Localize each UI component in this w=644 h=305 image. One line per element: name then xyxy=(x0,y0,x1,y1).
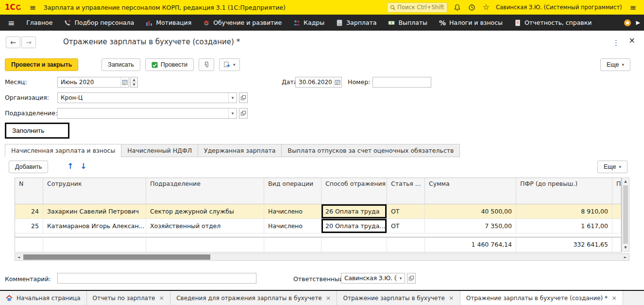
tab-accrued-salary[interactable]: Начисленная зарплата и взносы xyxy=(5,144,121,157)
comment-field[interactable] xyxy=(57,273,256,284)
bottom-tab-home[interactable]: Начальная страница xyxy=(0,291,87,305)
stepper-down-icon[interactable]: ▼ xyxy=(131,83,137,88)
scroll-right-icon[interactable]: ► xyxy=(622,255,629,259)
column-header[interactable]: Подразделение xyxy=(146,178,264,204)
cell[interactable]: 40 500,00 xyxy=(425,204,516,219)
cell[interactable]: 25 xyxy=(15,219,43,233)
scroll-up-icon[interactable]: ▲ xyxy=(622,179,629,183)
calendar-icon[interactable] xyxy=(120,77,129,87)
menu-item-recruiting[interactable]: Подбор персонала xyxy=(58,15,140,31)
cell[interactable]: Хозяйственный отдел xyxy=(146,219,264,233)
menubar-overflow-icon[interactable]: ▶ xyxy=(636,19,640,26)
close-tab-icon[interactable]: × xyxy=(611,295,617,301)
cell[interactable]: 1 617,00 xyxy=(516,219,612,233)
column-header[interactable]: По... xyxy=(612,178,621,204)
cell[interactable]: 7 350,00 xyxy=(425,219,516,233)
tab-ndfl[interactable]: Начисленный НДФЛ xyxy=(121,144,198,157)
column-header[interactable]: Способ отражения xyxy=(322,178,387,204)
horizontal-scroll-thumb[interactable] xyxy=(23,254,210,260)
month-field[interactable]: Июнь 2020 xyxy=(57,77,129,88)
column-header[interactable]: Сотрудник xyxy=(43,178,146,204)
sections-menu-icon[interactable]: ≡ xyxy=(2,18,20,28)
service-menu-icon[interactable]: ≡ xyxy=(627,3,639,12)
table-row[interactable]: 24Захаркин Савелий ПетровичСектор дежурн… xyxy=(15,204,621,219)
cell[interactable]: Катамаранов Игорь Алексан... xyxy=(43,219,146,233)
history-icon[interactable] xyxy=(467,2,476,12)
cell[interactable]: 26 Оплата труда xyxy=(322,204,387,219)
responsible-open-button[interactable] xyxy=(407,273,416,284)
bottom-tab-reflection-new[interactable]: Отражение зарплаты в бухучете (создание)… xyxy=(460,291,623,305)
tab-vacation-liabilities[interactable]: Выплата отпусков за счет оценочных обяза… xyxy=(281,144,460,157)
cell[interactable] xyxy=(612,219,621,233)
move-row-up-icon[interactable]: ↑ xyxy=(67,161,73,171)
close-tab-icon[interactable]: × xyxy=(159,295,164,301)
department-open-button[interactable] xyxy=(239,108,248,119)
column-header[interactable]: ПФР (до превыш.) xyxy=(516,178,612,204)
cell[interactable]: 8 910,00 xyxy=(516,204,612,219)
organization-field[interactable]: Крон-Ц ▾ xyxy=(57,92,237,103)
chevron-down-icon[interactable]: ▾ xyxy=(396,273,405,283)
bottom-tab-salary-reports[interactable]: Отчеты по зарплате× xyxy=(87,291,171,305)
menu-item-training[interactable]: Обучение и развитие xyxy=(197,15,288,31)
cell[interactable]: Начислено xyxy=(264,219,322,233)
favorites-star-icon[interactable]: ☆ xyxy=(481,2,491,12)
search-input[interactable] xyxy=(397,4,444,11)
month-stepper[interactable]: ▲▼ xyxy=(130,77,138,88)
service-circle-icon[interactable] xyxy=(624,19,631,27)
post-and-close-button[interactable]: Провести и закрыть xyxy=(5,58,78,71)
tab-withheld-salary[interactable]: Удержанная зарплата xyxy=(198,144,281,157)
vertical-scrollbar[interactable]: ▲ ▼ xyxy=(622,178,629,251)
notifications-bell-icon[interactable] xyxy=(452,2,462,12)
cell[interactable]: Захаркин Савелий Петрович xyxy=(43,204,146,219)
column-header[interactable]: Сумма xyxy=(425,178,516,204)
forward-button[interactable]: → xyxy=(21,36,36,48)
column-header[interactable]: Вид операции xyxy=(264,178,322,204)
vertical-scroll-thumb[interactable] xyxy=(623,185,628,244)
scroll-down-icon[interactable]: ▼ xyxy=(622,246,629,250)
form-menu-kebab-icon[interactable]: ⋮ xyxy=(612,38,620,47)
responsible-field[interactable]: Савинская З.Ю. (Систем ▾ xyxy=(341,273,405,284)
attachments-button[interactable] xyxy=(199,58,214,71)
cell[interactable]: ОТ xyxy=(387,204,425,219)
main-menu-icon[interactable]: ≡ xyxy=(26,3,38,12)
close-tab-icon[interactable]: × xyxy=(326,295,331,301)
cell[interactable]: 20 Оплата труда... xyxy=(322,219,387,233)
department-field[interactable]: ▾ xyxy=(57,108,237,119)
back-button[interactable]: ← xyxy=(6,36,20,48)
create-based-on-button[interactable]: ▾ xyxy=(219,58,240,71)
add-row-button[interactable]: Добавить xyxy=(9,161,48,173)
write-button[interactable]: Записать xyxy=(102,58,140,71)
menu-item-main[interactable]: Главное xyxy=(20,15,58,31)
form-more-button[interactable]: Еще▾ xyxy=(600,58,630,71)
bottom-tab-reflection-info[interactable]: Сведения для отражения зарплаты в бухуче… xyxy=(170,291,337,305)
organization-open-button[interactable] xyxy=(239,92,248,103)
menu-item-motivation[interactable]: Мотивация xyxy=(140,15,197,31)
move-row-down-icon[interactable]: ↓ xyxy=(80,161,86,171)
close-tab-icon[interactable]: × xyxy=(449,295,454,301)
date-field[interactable]: 30.06.2020 xyxy=(295,77,342,88)
stepper-up-icon[interactable]: ▲ xyxy=(131,77,137,83)
post-button[interactable]: Провести xyxy=(145,58,194,71)
menu-item-payments[interactable]: Выплаты xyxy=(382,15,433,31)
cell[interactable]: 24 xyxy=(15,204,43,219)
scroll-left-icon[interactable]: ◄ xyxy=(15,255,22,259)
column-header[interactable]: Статья ... xyxy=(387,178,425,204)
global-search[interactable] xyxy=(387,2,447,13)
bottom-tab-reflection[interactable]: Отражение зарплаты в бухучете× xyxy=(337,291,460,305)
column-header[interactable]: N xyxy=(15,178,43,204)
menu-item-taxes[interactable]: %Налоги и взносы xyxy=(433,15,508,31)
cell[interactable]: Начислено xyxy=(264,204,322,219)
calendar-icon[interactable] xyxy=(333,77,341,87)
menu-item-salary[interactable]: Зарплата xyxy=(330,15,382,31)
table-more-button[interactable]: Еще▾ xyxy=(597,161,627,173)
close-form-icon[interactable]: ✕ xyxy=(629,37,635,45)
cell[interactable] xyxy=(612,204,621,219)
cell[interactable]: ОТ xyxy=(387,219,425,233)
menu-item-staff[interactable]: Кадры xyxy=(288,15,330,31)
chevron-down-icon[interactable]: ▾ xyxy=(228,93,237,103)
horizontal-scrollbar[interactable]: ◄ ► xyxy=(15,253,629,261)
table-row[interactable]: 25Катамаранов Игорь Алексан...Хозяйствен… xyxy=(15,219,621,233)
menu-item-reports[interactable]: Отчетность, справки xyxy=(508,15,597,31)
cell[interactable]: Сектор дежурной службы xyxy=(146,204,264,219)
current-user[interactable]: Савинская З.Ю. (Системный программист) xyxy=(496,4,622,11)
